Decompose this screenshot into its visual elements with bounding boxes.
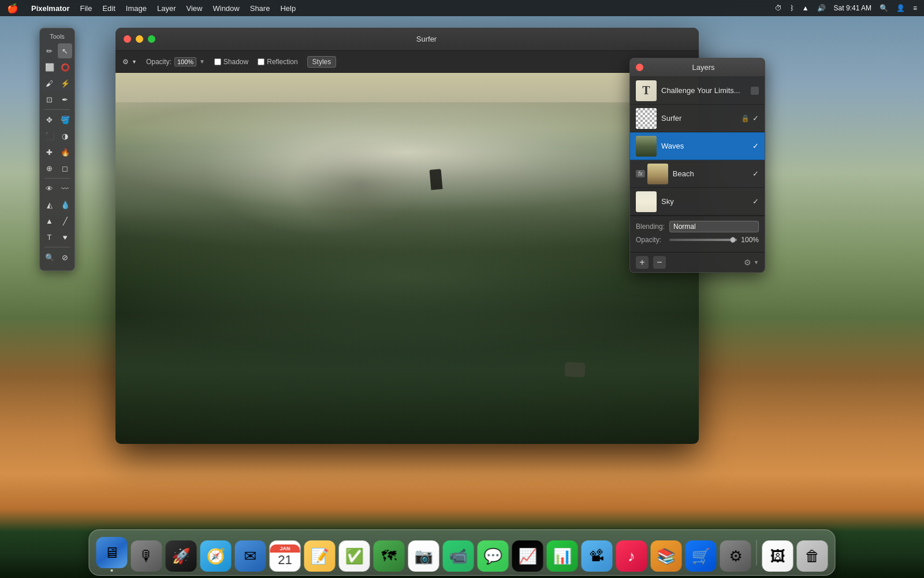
sharpen-tool[interactable]: ▲	[42, 213, 57, 228]
user-icon[interactable]: 👤	[896, 4, 905, 12]
add-layer-button[interactable]: +	[636, 256, 649, 269]
menubar-file[interactable]: File	[80, 4, 92, 13]
menubar-window[interactable]: Window	[213, 4, 239, 13]
dock-item-preview[interactable]: 🖼	[762, 540, 793, 572]
numbers-icon: 📊	[547, 540, 578, 572]
eyedropper-tool[interactable]: ✒	[58, 92, 72, 107]
blending-label: Blending:	[636, 223, 666, 231]
dock-item-stocks[interactable]: 📈	[512, 540, 543, 572]
shadow-checkbox[interactable]	[214, 58, 221, 65]
window-close-button[interactable]	[124, 35, 131, 43]
dock-item-music[interactable]: ♪	[616, 540, 647, 572]
check-icon-beach: ✓	[752, 169, 759, 178]
notification-icon[interactable]: ≡	[913, 4, 917, 12]
layer-item-challenge[interactable]: T Challenge Your Limits...	[630, 77, 765, 105]
reflection-checkbox[interactable]	[258, 58, 264, 65]
stocks-icon: 📈	[512, 540, 543, 572]
dock-item-finder[interactable]: 🖥	[96, 537, 128, 572]
rect-select-tool[interactable]: ⬜	[42, 60, 57, 75]
dock-item-notes[interactable]: 📝	[304, 540, 336, 572]
ellipse-select-tool[interactable]: ⭕	[58, 60, 72, 75]
dock-item-maps[interactable]: 🗺	[374, 540, 405, 572]
paintbrush-tool[interactable]: 🖌	[42, 76, 57, 91]
dock-item-trash[interactable]: 🗑	[797, 540, 828, 572]
layer-name-challenge: Challenge Your Limits...	[661, 86, 751, 95]
dock-item-sysprefs[interactable]: ⚙	[720, 540, 751, 572]
dock-item-numbers[interactable]: 📊	[547, 540, 578, 572]
apple-menu[interactable]: 🍎	[7, 3, 18, 14]
menubar-right: ⏱ ᛒ ▲ 🔊 Sat 9:41 AM 🔍 👤 ≡	[775, 4, 917, 12]
layer-item-surfer[interactable]: Surfer 🔒 ✓	[630, 105, 765, 132]
burn-tool[interactable]: 🔥	[58, 144, 72, 160]
dock-item-mail[interactable]: ✉	[235, 540, 266, 572]
layer-item-waves[interactable]: Waves ✓	[630, 132, 765, 160]
shape-tool[interactable]: ⬛	[42, 128, 57, 143]
dock-item-keynote[interactable]: 📽	[582, 540, 613, 572]
quick-select-tool[interactable]: ⚡	[58, 76, 72, 91]
move-tool[interactable]: ✥	[42, 112, 57, 127]
dodge-tool[interactable]: ◭	[42, 197, 57, 212]
layer-visibility-challenge	[751, 87, 759, 95]
dock-item-appstore[interactable]: 🛒	[685, 540, 717, 572]
dock-item-facetime[interactable]: 📹	[443, 540, 474, 572]
app-name[interactable]: Pixelmator	[31, 4, 69, 13]
dock-item-launchpad[interactable]: 🚀	[166, 540, 197, 572]
pen-tool[interactable]: ✏	[42, 43, 57, 58]
type-tool[interactable]: T	[42, 229, 57, 244]
layer-settings-button[interactable]: ⚙ ▼	[744, 258, 759, 267]
crop-tool[interactable]: ⊡	[42, 92, 57, 107]
layer-item-sky[interactable]: Sky ✓	[630, 188, 765, 216]
select-tool[interactable]: ↖	[58, 43, 72, 58]
dock-item-photos[interactable]: 📷	[408, 540, 439, 572]
canvas-image	[116, 73, 699, 444]
opacity-dropdown-arrow[interactable]: ▼	[199, 58, 205, 65]
shadow-label: Shadow	[223, 58, 248, 66]
blending-select[interactable]: Normal Multiply Screen Overlay	[669, 221, 759, 232]
toolbar-settings[interactable]: ⚙ ▼	[122, 58, 137, 66]
dock-item-calendar[interactable]: JAN 21	[270, 540, 301, 572]
menubar-layer[interactable]: Layer	[157, 4, 176, 13]
menubar-help[interactable]: Help	[280, 4, 296, 13]
shadow-checkbox-label[interactable]: Shadow	[214, 58, 248, 66]
color-picker-tool[interactable]: ⊘	[58, 250, 72, 265]
water-tool[interactable]: 💧	[58, 197, 72, 212]
menubar-image[interactable]: Image	[126, 4, 147, 13]
heart-shape-tool[interactable]: ♥	[58, 229, 72, 244]
layers-close-button[interactable]	[636, 64, 643, 71]
layer-icons-beach: ✓	[752, 169, 759, 178]
dock-item-reminders[interactable]: ✅	[339, 540, 370, 572]
styles-button[interactable]: Styles	[307, 56, 337, 68]
layers-panel: Layers T Challenge Your Limits... Surfer…	[629, 58, 765, 273]
canvas-area[interactable]	[116, 73, 699, 444]
gradient-tool[interactable]: ◑	[58, 128, 72, 143]
menubar-edit[interactable]: Edit	[102, 4, 115, 13]
layer-name-beach: Beach	[673, 169, 752, 178]
menubar-share[interactable]: Share	[250, 4, 270, 13]
tools-divider-2	[44, 178, 70, 179]
layers-controls: Blending: Normal Multiply Screen Overlay…	[630, 216, 765, 252]
spotlight-icon[interactable]: 🔍	[880, 4, 888, 12]
line-tool[interactable]: ╱	[58, 213, 72, 228]
window-maximize-button[interactable]	[148, 35, 155, 43]
dock-item-safari[interactable]: 🧭	[200, 540, 232, 572]
layer-thumb-sky	[636, 191, 657, 212]
dock-item-siri[interactable]: 🎙	[131, 540, 162, 572]
dock-item-messages[interactable]: 💬	[478, 540, 509, 572]
menubar-view[interactable]: View	[187, 4, 203, 13]
lighten-tool[interactable]: ◻	[58, 161, 72, 176]
opacity-slider[interactable]	[669, 239, 737, 241]
smudge-tool[interactable]: 〰	[58, 181, 72, 196]
remove-layer-button[interactable]: −	[653, 256, 666, 269]
window-minimize-button[interactable]	[136, 35, 143, 43]
dock-item-ibooks[interactable]: 📚	[651, 540, 682, 572]
opacity-input[interactable]	[174, 57, 196, 66]
paint-bucket-tool[interactable]: 🪣	[58, 112, 72, 127]
clone-stamp-tool[interactable]: ⊕	[42, 161, 57, 176]
layer-item-beach[interactable]: fx Beach ✓	[630, 160, 765, 188]
datetime-display: Sat 9:41 AM	[834, 4, 871, 12]
surfer-figure	[430, 169, 443, 190]
red-eye-tool[interactable]: 👁	[42, 181, 57, 196]
healing-brush-tool[interactable]: ✚	[42, 144, 57, 160]
zoom-tool[interactable]: 🔍	[42, 250, 57, 265]
reflection-checkbox-label[interactable]: Reflection	[258, 58, 297, 66]
